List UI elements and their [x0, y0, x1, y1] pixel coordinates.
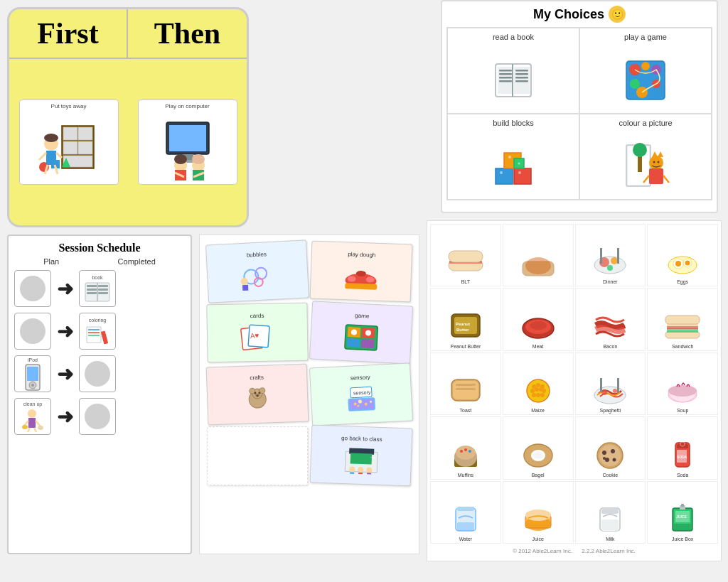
- svg-rect-169: [665, 316, 700, 324]
- card-bubbles[interactable]: bubbles: [205, 239, 309, 303]
- choice-play-game[interactable]: play a game: [579, 28, 712, 114]
- food-peanut-butter-label: Peanut Butter: [450, 344, 481, 349]
- food-water-img: [444, 501, 487, 535]
- svg-point-24: [192, 154, 205, 164]
- svg-rect-106: [499, 73, 512, 75]
- my-choices-title-row: My Choices 🙂: [446, 6, 712, 23]
- svg-point-149: [611, 257, 618, 264]
- choice-colour-picture-label: colour a picture: [619, 119, 672, 127]
- svg-point-176: [536, 383, 540, 387]
- svg-text:Peanut: Peanut: [456, 322, 470, 326]
- svg-rect-29: [87, 285, 97, 287]
- ss-completed-1-label: book: [92, 275, 102, 280]
- svg-rect-10: [46, 151, 56, 165]
- food-blt-img: [444, 244, 487, 278]
- card-bubbles-label: bubbles: [247, 251, 267, 258]
- svg-point-155: [675, 261, 681, 266]
- choice-read-book[interactable]: read a book: [447, 28, 579, 114]
- card-play-dough-label: play dough: [348, 252, 375, 259]
- card-game[interactable]: game: [309, 301, 413, 365]
- then-activity-caption: Play on computer: [165, 103, 209, 109]
- session-schedule-title: Session Schedule: [14, 242, 185, 254]
- food-toast: Toast: [430, 352, 501, 415]
- svg-rect-107: [499, 77, 512, 79]
- svg-rect-95: [350, 472, 354, 473]
- food-toast-label: Toast: [460, 408, 472, 413]
- svg-line-49: [28, 428, 30, 432]
- card-bubbles-icon: [235, 259, 279, 293]
- food-soup-img: [661, 372, 704, 406]
- food-sandwich-img: [661, 308, 704, 343]
- book-icon: [84, 281, 111, 303]
- ss-plan-4-label: clean up: [23, 402, 42, 406]
- food-item2: [503, 224, 574, 286]
- svg-point-150: [607, 265, 613, 271]
- card-crafts[interactable]: crafts: [206, 363, 309, 425]
- svg-rect-109: [515, 70, 528, 72]
- food-milk-img: [589, 501, 631, 535]
- svg-point-45: [28, 409, 36, 418]
- svg-point-179: [535, 387, 539, 392]
- food-meat-label: Meat: [532, 344, 544, 349]
- svg-rect-189: [617, 378, 619, 392]
- card-go-back-label: go back to class: [341, 435, 382, 443]
- choice-colour-picture[interactable]: colour a picture: [579, 114, 712, 200]
- card-sensory[interactable]: sensory sensory: [309, 362, 413, 426]
- food-bacon: Bacon: [575, 288, 646, 350]
- svg-rect-121: [496, 168, 513, 184]
- svg-point-182: [532, 393, 536, 397]
- ss-arrow-4: ➜: [57, 405, 73, 429]
- svg-rect-1: [63, 127, 77, 140]
- svg-rect-110: [515, 73, 528, 75]
- svg-rect-71: [360, 339, 374, 348]
- ss-completed-1: book: [79, 270, 116, 307]
- food-dinner-img: [589, 244, 631, 278]
- my-choices-board: My Choices 🙂 read a book: [441, 0, 718, 213]
- svg-point-218: [525, 510, 551, 521]
- svg-point-178: [530, 389, 535, 393]
- card-cards[interactable]: cards A♥: [206, 303, 308, 363]
- food-toast-img: [444, 372, 487, 406]
- choice-read-book-label: read a book: [493, 33, 534, 41]
- card-cards-label: cards: [250, 313, 264, 319]
- svg-line-12: [56, 153, 62, 158]
- svg-point-157: [685, 261, 690, 266]
- svg-rect-46: [28, 418, 36, 428]
- food-grid-section: BLT Dinne: [427, 220, 722, 561]
- ss-arrow-1: ➜: [57, 277, 73, 301]
- card-crafts-label: crafts: [250, 374, 264, 382]
- svg-rect-40: [101, 330, 108, 344]
- food-soup-label: Soup: [677, 408, 688, 413]
- first-then-board: First Then Put toys away: [7, 7, 249, 227]
- svg-rect-111: [515, 77, 528, 79]
- svg-point-124: [500, 171, 503, 174]
- food-water: Water: [430, 481, 501, 544]
- svg-point-187: [613, 389, 617, 393]
- svg-rect-4: [78, 141, 92, 154]
- svg-point-146: [525, 257, 551, 274]
- card-play-dough[interactable]: play dough: [310, 241, 413, 303]
- food-soda-img: SODA: [661, 437, 704, 471]
- svg-rect-17: [169, 125, 206, 151]
- food-muffins-label: Muffins: [458, 473, 473, 478]
- svg-rect-31: [87, 292, 97, 294]
- svg-rect-35: [97, 283, 98, 301]
- first-activity-caption: Put toys away: [51, 103, 87, 109]
- svg-point-203: [602, 451, 606, 455]
- food-item2-img: [517, 249, 560, 283]
- svg-point-164: [530, 321, 547, 330]
- card-crafts-icon: [235, 382, 279, 415]
- svg-point-204: [611, 449, 615, 453]
- svg-point-128: [518, 163, 520, 165]
- ss-circle-4: [85, 404, 110, 429]
- first-activity-image: Put toys away: [19, 99, 119, 185]
- svg-rect-33: [98, 289, 108, 291]
- toys-illustration: [26, 112, 112, 183]
- ss-completed-4: [79, 398, 116, 435]
- food-dinner-label: Dinner: [603, 279, 618, 284]
- activity-cards-section: bubbles play dough: [199, 235, 419, 554]
- svg-rect-32: [98, 285, 108, 287]
- choice-build-blocks[interactable]: build blocks: [447, 114, 579, 200]
- food-peanut-butter-img: Peanut Butter: [444, 308, 487, 343]
- card-go-back[interactable]: go back to class →: [310, 425, 413, 487]
